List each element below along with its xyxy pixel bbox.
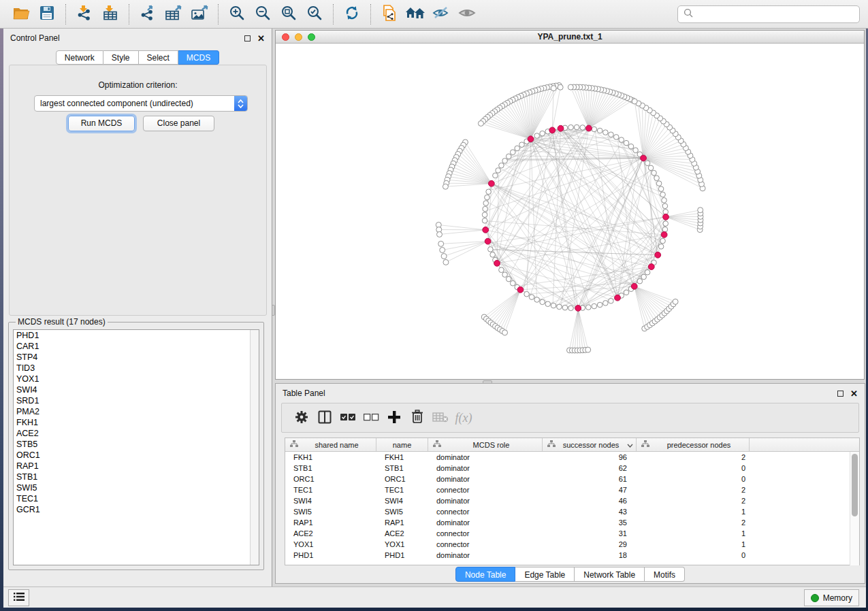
network-window-titlebar[interactable]: YPA_prune.txt_1 [276, 31, 864, 44]
import-table-button[interactable] [99, 3, 121, 25]
table-cell[interactable]: connector [428, 529, 543, 538]
ring-node[interactable] [510, 281, 515, 286]
table-cell[interactable]: dominator [428, 551, 543, 559]
ring-node[interactable] [658, 244, 664, 250]
refresh-button[interactable] [341, 3, 363, 25]
table-cell[interactable]: 46 [543, 497, 637, 505]
panel-list-button[interactable] [8, 589, 29, 606]
ring-node[interactable] [609, 298, 614, 303]
ring-node[interactable] [482, 218, 487, 224]
table-cell[interactable]: ORC1 [376, 475, 428, 483]
ring-node[interactable] [519, 142, 525, 148]
close-panel-icon[interactable]: ✕ [257, 34, 265, 43]
ring-node[interactable] [510, 150, 515, 155]
mcds-result-item[interactable]: TEC1 [14, 493, 259, 504]
table-cell[interactable]: 43 [543, 508, 637, 516]
close-table-panel-icon[interactable]: ✕ [850, 389, 858, 398]
table-scrollbar-thumb[interactable] [852, 454, 858, 516]
ring-node[interactable] [485, 195, 490, 200]
table-cell[interactable]: 47 [543, 486, 637, 494]
mcds-result-item[interactable]: CAR1 [14, 341, 259, 352]
table-cell[interactable]: TEC1 [285, 486, 376, 494]
ring-node[interactable] [483, 201, 489, 206]
table-cell[interactable]: STB1 [285, 464, 376, 472]
satellite-node[interactable] [632, 99, 637, 104]
column-header-successor-nodes[interactable]: successor nodes [543, 438, 637, 451]
ring-node[interactable] [586, 305, 592, 310]
satellite-node[interactable] [698, 208, 703, 213]
ring-node[interactable] [652, 170, 657, 176]
ring-node[interactable] [482, 212, 487, 218]
table-scrollbar[interactable] [850, 452, 859, 565]
export-table-button[interactable] [163, 3, 184, 25]
dominator-node[interactable] [494, 261, 500, 267]
ring-node[interactable] [545, 301, 551, 307]
table-row[interactable]: SWI4SWI4dominator462 [285, 495, 859, 506]
ring-node[interactable] [662, 198, 667, 203]
column-header-shared-name[interactable]: shared name [285, 438, 376, 451]
table-row[interactable]: STB1STB1dominator620 [285, 463, 859, 474]
ring-node[interactable] [568, 306, 574, 311]
zoom-fit-button[interactable] [278, 3, 300, 25]
table-cell[interactable]: connector [428, 540, 543, 548]
satellite-node[interactable] [440, 247, 445, 252]
ring-node[interactable] [580, 125, 585, 131]
table-cell[interactable]: 18 [543, 551, 637, 559]
table-row[interactable]: ORC1ORC1dominator610 [285, 474, 859, 484]
table-cell[interactable]: STB1 [376, 464, 428, 472]
ring-node[interactable] [493, 173, 498, 178]
table-row[interactable]: PHD1PHD1dominator180 [285, 550, 859, 561]
dominator-node[interactable] [575, 306, 581, 312]
ring-node[interactable] [613, 135, 619, 140]
ring-node[interactable] [662, 203, 668, 209]
mcds-result-item[interactable]: FKH1 [14, 417, 259, 428]
dominator-node[interactable] [641, 155, 647, 161]
table-cell[interactable]: YOX1 [285, 540, 376, 548]
zoom-selected-button[interactable] [304, 3, 325, 25]
mcds-result-item[interactable]: PMA2 [14, 406, 259, 417]
table-row[interactable]: TEC1TEC1connector472 [285, 484, 859, 495]
ring-node[interactable] [645, 269, 650, 275]
table-cell[interactable]: dominator [428, 464, 543, 472]
dominator-node[interactable] [655, 252, 661, 258]
dominator-node[interactable] [488, 180, 494, 186]
zoom-out-button[interactable] [252, 3, 274, 25]
ring-node[interactable] [603, 130, 609, 135]
hide-selected-button[interactable] [430, 3, 452, 25]
delete-row-button[interactable] [406, 406, 429, 429]
satellite-node[interactable] [502, 330, 508, 335]
table-cell[interactable]: 0 [637, 551, 750, 559]
optimization-criterion-select[interactable]: largest connected component (undirected) [34, 95, 248, 112]
ring-node[interactable] [499, 163, 504, 168]
ring-node[interactable] [488, 247, 494, 252]
ring-node[interactable] [592, 127, 597, 132]
satellite-node[interactable] [673, 299, 678, 304]
table-cell[interactable]: 2 [637, 518, 750, 527]
table-cell[interactable]: SWI5 [376, 508, 428, 516]
table-cell[interactable]: 2 [637, 486, 750, 494]
ring-node[interactable] [486, 189, 492, 195]
table-cell[interactable]: dominator [428, 453, 543, 461]
ring-node[interactable] [660, 192, 666, 197]
ring-node[interactable] [562, 305, 568, 310]
float-panel-icon[interactable] [244, 35, 251, 42]
ring-node[interactable] [568, 125, 574, 130]
duplicate-network-button[interactable] [379, 3, 400, 25]
mcds-result-item[interactable]: TID3 [14, 363, 259, 374]
satellite-node[interactable] [478, 120, 483, 126]
dominator-node[interactable] [663, 214, 669, 220]
table-cell[interactable]: 1 [637, 529, 750, 538]
ring-node[interactable] [502, 159, 508, 164]
satellite-node[interactable] [443, 259, 449, 265]
table-cell[interactable]: 2 [637, 453, 750, 461]
satellite-node[interactable] [443, 184, 448, 189]
dominator-node[interactable] [517, 286, 524, 293]
ring-node[interactable] [603, 301, 609, 306]
run-mcds-button[interactable]: Run MCDS [68, 116, 135, 131]
dominator-node[interactable] [485, 238, 491, 244]
table-cell[interactable]: dominator [428, 497, 543, 505]
mcds-result-item[interactable]: STP4 [14, 352, 259, 363]
table-cell[interactable]: 96 [543, 453, 637, 461]
table-cell[interactable]: PHD1 [285, 551, 376, 559]
mcds-result-item[interactable]: SWI5 [14, 482, 259, 493]
